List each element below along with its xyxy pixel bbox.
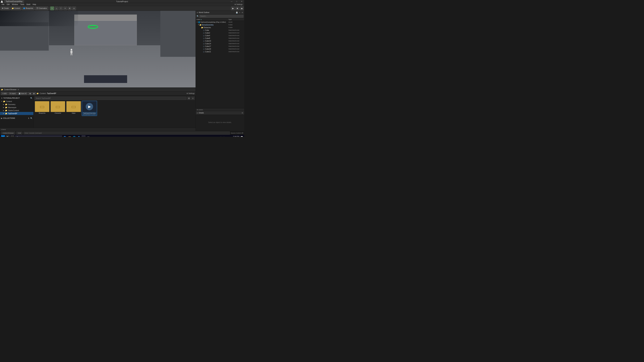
geometry-folder-icon: 📁 [5, 103, 8, 106]
taskbar-clock: 10:46 PM 2021-07-26 [232, 136, 239, 137]
cb-import-button[interactable]: ⬆ Import [8, 92, 17, 95]
cb-tree-mannequin[interactable]: ▶ 📁 Mannequin [0, 106, 33, 109]
taskbar-notifications[interactable]: 💬 [240, 136, 243, 137]
landscape-button[interactable]: △ [55, 6, 58, 10]
content-button[interactable]: 📁 Content [10, 6, 21, 10]
menu-help[interactable]: Help [32, 3, 37, 5]
outliner-item-cube10[interactable]: ◻ Cube10 StaticMeshActor [196, 39, 244, 42]
outliner-item-cube20[interactable]: ◻ Cube20 StaticMeshActor [196, 48, 244, 50]
stop-button[interactable]: ■ [236, 6, 239, 10]
foliage-button[interactable]: ▽ [59, 6, 63, 10]
cube4-icon: ◻ [203, 34, 205, 36]
menu-build[interactable]: Build [26, 3, 31, 5]
outliner-item-cube21[interactable]: ◻ Cube21 StaticMeshActor [196, 50, 244, 53]
cube2-icon: ◻ [203, 32, 205, 34]
outliner-item-cube2[interactable]: ◻ Cube2 StaticMeshActor [196, 31, 244, 34]
cb-view-options-button[interactable]: ⊞ [187, 96, 190, 100]
cb-save-all-button[interactable]: 💾 Save All [18, 92, 28, 95]
windows-start-button[interactable]: ⊞ [1, 135, 5, 137]
breadcrumb-root[interactable]: 📁 [36, 92, 38, 94]
cmd-tab[interactable]: Cmd [16, 132, 22, 135]
details-close[interactable]: ✕ [242, 112, 243, 114]
obstacles-icon: 📁 [201, 26, 203, 28]
cb-add-button[interactable]: + ADD [1, 92, 8, 95]
character-legs [70, 53, 72, 55]
cb-tree-geometry[interactable]: ▶ 📁 Geometry [0, 103, 33, 106]
topdownbp-expand-icon: ▶ [3, 113, 5, 114]
outliner-search-bar: 🔍 [196, 14, 244, 18]
eject-button[interactable]: ⏏ [240, 6, 244, 10]
menu-file[interactable]: File [1, 3, 5, 5]
cb-filter-button[interactable]: ≡ [191, 96, 194, 100]
taskbar-task-view[interactable]: ⊞ [10, 135, 14, 137]
cinematics-button[interactable]: 🎬 Cinematics [35, 6, 48, 10]
blueprints-button[interactable]: 🔷 Blueprints [22, 6, 34, 10]
cb-expand-icon[interactable]: ▼ [1, 97, 3, 99]
outliner-item-cube8[interactable]: ◻ Cube8 StaticMeshActor [196, 37, 244, 39]
outliner-item-cube14[interactable]: ◻ Cube14 StaticMeshActor [196, 42, 244, 45]
menu-bar-tab[interactable]: TopDownExampleMap [4, 0, 24, 3]
content-browser-tab[interactable]: Content Browser [1, 132, 15, 135]
outliner-item-cube4[interactable]: ◻ Cube4 StaticMeshActor [196, 34, 244, 37]
taskbar-explorer[interactable]: 📁 [68, 135, 72, 137]
maximize-button[interactable]: □ [234, 0, 239, 3]
console-input[interactable] [24, 132, 230, 135]
collections-search-icon[interactable]: 🔍 [30, 117, 32, 119]
cube21-icon: ◻ [203, 51, 205, 53]
brush-button[interactable]: ✏ [64, 6, 67, 10]
outliner-item-cube17[interactable]: ◻ Cube17 StaticMeshActor [196, 45, 244, 48]
taskbar-chrome[interactable]: 🌐 [72, 135, 76, 137]
settings-menu-btn[interactable]: ⚙ Settings [234, 3, 244, 5]
cb-item-topdownoverview[interactable]: ▶ TopDownOverview BLUEPRINT CLASS [82, 101, 97, 116]
cb-search-input[interactable] [34, 96, 186, 100]
create-button[interactable]: ✚ Create [1, 6, 10, 10]
world-outliner-icon: ⊞ [197, 12, 198, 13]
taskbar-epic[interactable]: ▲ [82, 135, 86, 137]
play-button[interactable]: ▶ [231, 6, 235, 10]
select-mode-button[interactable]: ↖ [50, 6, 54, 10]
outliner-item-obstacles[interactable]: 📁 Obstacles Folder [196, 26, 244, 29]
taskbar-unreal[interactable]: 🎮 [86, 135, 90, 137]
outliner-filter-icon[interactable]: ≡ [239, 11, 240, 13]
source-control-status[interactable]: Source Control Off [231, 132, 243, 134]
outliner-save-icon[interactable]: 💾 [236, 11, 238, 13]
collections-info-icon[interactable]: ℹ [28, 117, 29, 119]
taskbar-cortana[interactable]: 🔵 [63, 135, 67, 137]
minimize-button[interactable]: — [229, 0, 234, 3]
taskbar-weather: 24°C Clear [219, 136, 226, 137]
collections-expand-icon[interactable]: ▶ [1, 117, 2, 119]
cb-tree-starter-content[interactable]: ▶ 📁 StarterContent [0, 109, 33, 112]
cb-tree-topdownbp[interactable]: ▶ 📁 TopDownBP [0, 112, 33, 115]
bottom-platform [84, 75, 127, 83]
cb-nav-forward[interactable]: ▶ [32, 92, 36, 95]
mannequin-expand-icon: ▶ [3, 107, 5, 108]
vr-button[interactable]: ◎ [72, 6, 76, 10]
cb-nav-back[interactable]: ◀ [28, 92, 32, 95]
close-button[interactable]: ✕ [239, 0, 244, 3]
grid-button[interactable]: ⊞ [68, 6, 72, 10]
breadcrumb-content[interactable]: Content [40, 92, 46, 94]
taskbar-edge[interactable]: 🔷 [77, 135, 81, 137]
outliner-search-input[interactable] [200, 15, 243, 17]
menu-tools[interactable]: Tools [19, 3, 25, 5]
taskbar-search-bar[interactable]: 🔍 Type here to search [15, 135, 62, 137]
cb-search-toggle[interactable]: 🔍 [30, 97, 32, 99]
cb-item-blueprints[interactable]: ▭ Blueprints [34, 101, 50, 116]
breadcrumb-topdownbp[interactable]: TopDownBP [47, 92, 56, 94]
content-icon: 📁 [12, 7, 14, 9]
cube17-icon: ◻ [203, 45, 205, 47]
menu-window[interactable]: Window [11, 3, 19, 5]
cb-item-maps[interactable]: ▭ Maps [66, 101, 81, 116]
viewport[interactable] [0, 11, 196, 87]
cb-tree-content[interactable]: ▼ 📁 Content [0, 100, 33, 103]
menu-edit[interactable]: Edit [6, 3, 10, 5]
cb-item-character[interactable]: ▭ Character [50, 101, 66, 116]
taskbar-search-icon[interactable]: 🔍 [6, 135, 10, 137]
outliner-item-cube[interactable]: ◻ Cube StaticMeshActor [196, 29, 244, 31]
outliner-search-icon: 🔍 [197, 15, 199, 17]
world-outliner-close[interactable]: ✕ [242, 11, 243, 14]
outliner-item-arena[interactable]: ▼ 📁 ArenaGeometry Folder [196, 23, 244, 26]
cb-settings-button[interactable]: ⚙ Settings [186, 92, 194, 94]
content-browser-close[interactable]: ✕ [18, 88, 19, 91]
outliner-item-root[interactable]: ▼ 🌐 TopDownExampleMap (Play In Editor) W… [196, 21, 244, 23]
